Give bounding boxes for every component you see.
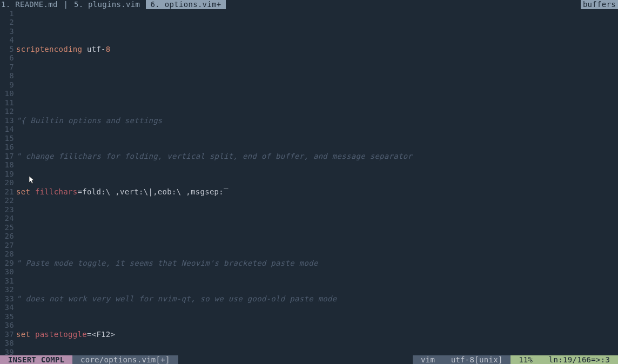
comment: "{ Builtin options and settings — [16, 116, 163, 125]
line-number: 5 — [0, 45, 14, 54]
line-number: 28 — [0, 250, 14, 259]
line-number: 37 — [0, 330, 14, 339]
number: 8 — [106, 45, 111, 54]
line-number: 7 — [0, 63, 14, 72]
line-number: 8 — [0, 71, 14, 80]
line-number: 21 — [0, 187, 14, 197]
line-number: 2 — [0, 18, 14, 27]
line-number: 31 — [0, 277, 14, 286]
tab-sep — [141, 0, 146, 9]
line-number: 13 — [0, 116, 14, 125]
buffer-tabline: 1. README.md | 5. plugins.vim 6. options… — [0, 0, 618, 9]
line-number: 1 — [0, 9, 14, 18]
option: fillchars — [30, 187, 77, 197]
status-line: INSERT COMPL core/options.vim[+] vim utf… — [0, 355, 618, 365]
text: utf- — [82, 45, 106, 54]
file-indicator: core/options.vim[+] — [72, 355, 178, 365]
line-number: 11 — [0, 98, 14, 107]
line-number: 14 — [0, 125, 14, 134]
line-number: 6 — [0, 53, 14, 63]
line-number: 27 — [0, 241, 14, 250]
tab-readme[interactable]: 1. README.md — [0, 0, 59, 9]
line-number-gutter: 1234567891011121314151617181920212223242… — [0, 9, 16, 355]
line-number: 32 — [0, 285, 14, 294]
tab-plugins[interactable]: 5. plugins.vim — [73, 0, 141, 9]
code-area[interactable]: scriptencoding utf-8 "{ Builtin options … — [16, 9, 618, 355]
line-number: 22 — [0, 196, 14, 205]
text: =<F12> — [87, 330, 115, 339]
line-number: 39 — [0, 348, 14, 355]
line-number: 23 — [0, 205, 14, 214]
line-number: 36 — [0, 321, 14, 330]
line-number: 38 — [0, 339, 14, 348]
line-number: 18 — [0, 160, 14, 170]
line-number: 16 — [0, 143, 14, 152]
keyword: scriptencoding — [16, 45, 82, 54]
keyword: set — [16, 330, 30, 339]
line-number: 15 — [0, 134, 14, 143]
encoding-indicator: utf-8[unix] — [443, 355, 510, 365]
tab-sep: | — [59, 0, 73, 9]
line-number: 20 — [0, 178, 14, 187]
line-number: 3 — [0, 27, 14, 36]
line-number: 24 — [0, 214, 14, 223]
comment: " change fillchars for folding, vertical… — [16, 152, 412, 161]
line-number: 10 — [0, 89, 14, 98]
text: =fold:\ ,vert:\|,eob:\ ,msgsep:‾ — [77, 187, 228, 197]
line-number: 9 — [0, 80, 14, 90]
line-number: 35 — [0, 312, 14, 321]
buffers-indicator: buffers — [581, 0, 618, 9]
line-number: 34 — [0, 303, 14, 312]
comment: " does not work very well for nvim-qt, s… — [16, 294, 337, 304]
editor-pane[interactable]: 1234567891011121314151617181920212223242… — [0, 9, 618, 355]
line-number: 19 — [0, 170, 14, 179]
percent-indicator: 11% — [510, 355, 541, 365]
mode-indicator: INSERT COMPL — [0, 355, 72, 365]
line-number: 25 — [0, 223, 14, 232]
tab-options-active[interactable]: 6. options.vim+ — [146, 0, 226, 9]
option: pastetoggle — [30, 330, 87, 339]
line-number: 29 — [0, 259, 14, 268]
line-number: 26 — [0, 232, 14, 241]
line-number: 33 — [0, 294, 14, 304]
line-number: 4 — [0, 36, 14, 45]
position-indicator: ln:19/166=>:3 — [541, 355, 618, 365]
filetype-indicator: vim — [413, 355, 443, 365]
keyword: set — [16, 187, 30, 197]
line-number: 17 — [0, 152, 14, 161]
comment: " Paste mode toggle, it seems that Neovi… — [16, 259, 318, 268]
line-number: 30 — [0, 267, 14, 277]
line-number: 12 — [0, 107, 14, 116]
